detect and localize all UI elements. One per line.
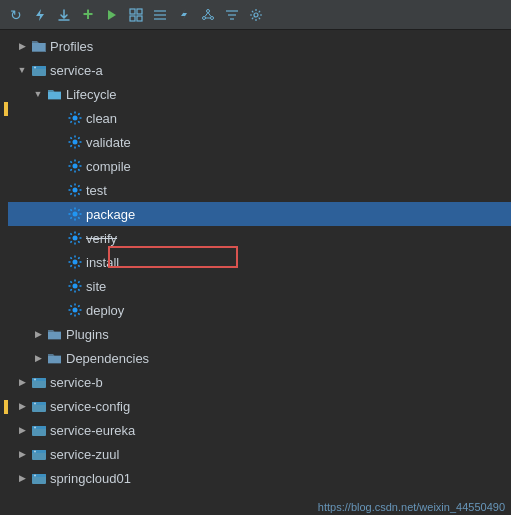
filter-icon[interactable]	[222, 5, 242, 25]
gear-icon-test	[67, 182, 83, 198]
arrow-service-a	[16, 64, 28, 76]
dependencies-label: Dependencies	[66, 351, 149, 366]
run-icon[interactable]	[102, 5, 122, 25]
arrow-service-config	[16, 400, 28, 412]
springcloud01-icon	[31, 470, 47, 486]
status-link[interactable]: https://blog.csdn.net/weixin_44550490	[312, 499, 511, 515]
install-label: install	[86, 255, 119, 270]
site-label: site	[86, 279, 106, 294]
grid-icon[interactable]	[126, 5, 146, 25]
arrow-plugins	[32, 328, 44, 340]
deploy-label: deploy	[86, 303, 124, 318]
svg-rect-2	[130, 9, 135, 14]
profiles-label: Profiles	[50, 39, 93, 54]
network-icon[interactable]	[198, 5, 218, 25]
svg-point-37	[34, 403, 36, 405]
svg-point-43	[34, 451, 36, 453]
gear-icon-site	[67, 278, 83, 294]
svg-point-30	[73, 284, 78, 289]
no-arrow-verify	[52, 232, 64, 244]
no-arrow-install	[52, 256, 64, 268]
svg-point-10	[207, 9, 210, 12]
arrow-service-zuul	[16, 448, 28, 460]
tree-item-dependencies[interactable]: Dependencies	[8, 346, 511, 370]
svg-rect-4	[130, 16, 135, 21]
add-icon[interactable]: +	[78, 5, 98, 25]
tree-item-validate[interactable]: validate	[8, 130, 511, 154]
tree-item-service-zuul[interactable]: service-zuul	[8, 442, 511, 466]
no-arrow-site	[52, 280, 64, 292]
gear-icon-validate	[67, 134, 83, 150]
service-config-icon	[31, 398, 47, 414]
svg-point-25	[73, 164, 78, 169]
tree-item-plugins[interactable]: Plugins	[8, 322, 511, 346]
svg-marker-0	[36, 9, 44, 21]
service-config-label: service-config	[50, 399, 130, 414]
service-a-icon	[31, 62, 47, 78]
tree-item-service-a[interactable]: service-a	[8, 58, 511, 82]
no-arrow-validate	[52, 136, 64, 148]
tree-item-site[interactable]: site	[8, 274, 511, 298]
plugins-label: Plugins	[66, 327, 109, 342]
lines-icon[interactable]	[150, 5, 170, 25]
tree-item-service-eureka[interactable]: service-eureka	[8, 418, 511, 442]
arrow-service-eureka	[16, 424, 28, 436]
tree-item-package[interactable]: package	[8, 202, 511, 226]
springcloud01-label: springcloud01	[50, 471, 131, 486]
tree-item-test[interactable]: test	[8, 178, 511, 202]
lifecycle-label: Lifecycle	[66, 87, 117, 102]
svg-point-31	[73, 308, 78, 313]
tree-item-verify[interactable]: verify	[8, 226, 511, 250]
svg-point-12	[211, 16, 214, 19]
toolbar: ↻ +	[0, 0, 511, 30]
validate-label: validate	[86, 135, 131, 150]
tree-item-service-b[interactable]: service-b	[8, 370, 511, 394]
svg-point-40	[34, 427, 36, 429]
tree-item-install[interactable]: install	[8, 250, 511, 274]
svg-point-34	[34, 379, 36, 381]
arrow-dependencies	[32, 352, 44, 364]
folder-icon-profiles	[31, 38, 47, 54]
refresh-icon[interactable]: ↻	[6, 5, 26, 25]
main-area: Profiles service-a Lifecycle	[0, 30, 511, 515]
lightning-icon[interactable]	[30, 5, 50, 25]
svg-marker-9	[181, 9, 187, 21]
tree-item-service-config[interactable]: service-config	[8, 394, 511, 418]
download-icon[interactable]	[54, 5, 74, 25]
folder-icon-lifecycle	[47, 86, 63, 102]
service-eureka-icon	[31, 422, 47, 438]
svg-point-27	[73, 212, 78, 217]
arrow-service-b	[16, 376, 28, 388]
package-label: package	[86, 207, 135, 222]
tree-item-profiles[interactable]: Profiles	[8, 34, 511, 58]
service-eureka-label: service-eureka	[50, 423, 135, 438]
no-arrow-compile	[52, 160, 64, 172]
gear-icon-compile	[67, 158, 83, 174]
tree-item-deploy[interactable]: deploy	[8, 298, 511, 322]
svg-point-23	[73, 116, 78, 121]
clean-label: clean	[86, 111, 117, 126]
tree-item-compile[interactable]: compile	[8, 154, 511, 178]
flash-icon[interactable]	[174, 5, 194, 25]
svg-line-14	[208, 12, 211, 16]
no-arrow-test	[52, 184, 64, 196]
gear-icon-clean	[67, 110, 83, 126]
svg-rect-5	[137, 16, 142, 21]
maven-tree-panel[interactable]: Profiles service-a Lifecycle	[8, 30, 511, 515]
tree-item-lifecycle[interactable]: Lifecycle	[8, 82, 511, 106]
svg-point-26	[73, 188, 78, 193]
svg-line-13	[205, 12, 208, 16]
svg-point-29	[73, 260, 78, 265]
gear-icon-install	[67, 254, 83, 270]
arrow-springcloud01	[16, 472, 28, 484]
folder-icon-plugins	[47, 326, 63, 342]
settings-icon[interactable]	[246, 5, 266, 25]
gear-icon-package	[67, 206, 83, 222]
svg-marker-1	[108, 10, 116, 20]
tree-item-springcloud01[interactable]: springcloud01	[8, 466, 511, 490]
svg-point-46	[34, 475, 36, 477]
arrow-lifecycle	[32, 88, 44, 100]
svg-point-19	[254, 13, 258, 17]
folder-icon-dependencies	[47, 350, 63, 366]
tree-item-clean[interactable]: clean	[8, 106, 511, 130]
